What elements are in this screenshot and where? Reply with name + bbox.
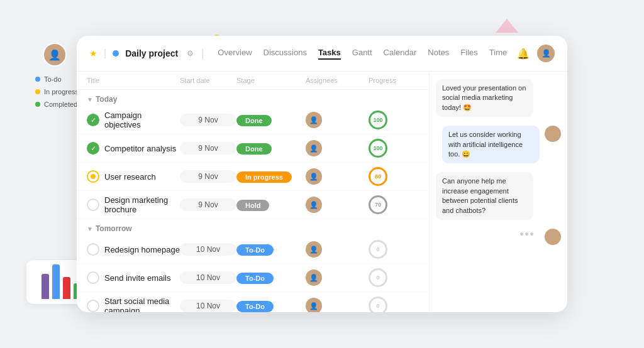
- task-row[interactable]: Redesign homepage 10 Nov To-Do 👤 0: [77, 236, 429, 264]
- typing-dots: [514, 229, 540, 239]
- progress-circle: 0: [369, 268, 387, 287]
- task-title-cell: Redesign homepage: [87, 243, 180, 256]
- progress-circle: 100: [369, 111, 387, 129]
- table-header: Title Start date Stage Assignees Progres…: [77, 72, 429, 90]
- legend-label-inprogress: In progress: [44, 88, 79, 95]
- main-card: ★ | Daily project ⚙ | Overview Discussio…: [77, 36, 567, 312]
- assignee-avatar: 👤: [306, 168, 322, 185]
- stage-badge: Hold: [236, 200, 269, 211]
- chevron-today: ▼: [87, 96, 93, 103]
- section-today-label: Today: [96, 95, 117, 104]
- task-row[interactable]: ✓ Campaign objectives 9 Nov Done 👤 100: [77, 106, 429, 134]
- date-badge: 10 Nov: [180, 243, 236, 256]
- task-row[interactable]: Start social media campaign 10 Nov To-Do…: [77, 292, 429, 312]
- task-name: Campaign objectives: [104, 111, 180, 129]
- section-today: ▼ Today: [77, 90, 429, 106]
- task-row[interactable]: ✓ Competitor analysis 9 Nov Done 👤 100: [77, 134, 429, 163]
- chat-text-1: Loved your presentation on social media …: [442, 84, 526, 111]
- progress-circle: 0: [369, 296, 387, 312]
- task-name: Start social media campaign: [104, 296, 180, 312]
- task-name: User research: [104, 172, 156, 182]
- assignee-avatar: 👤: [306, 298, 322, 312]
- check-empty-icon: [87, 300, 99, 312]
- legend-label-todo: To-do: [44, 75, 62, 83]
- bar-3: [63, 277, 70, 299]
- typing-indicator: [436, 229, 561, 245]
- assignee-avatar: 👤: [306, 112, 322, 128]
- date-badge: 9 Nov: [180, 142, 236, 155]
- section-tomorrow-label: Tomorrow: [96, 224, 132, 233]
- chat-text-3: Can anyone help me increase engagement b…: [442, 177, 518, 214]
- chat-bubble-2: Let us consider working with artificial …: [442, 126, 540, 163]
- task-title-cell: User research: [87, 170, 180, 183]
- chat-avatar-2: [545, 126, 561, 142]
- chat-message-2: Let us consider working with artificial …: [436, 126, 561, 163]
- dot-3: [530, 232, 533, 236]
- tab-tasks[interactable]: Tasks: [318, 48, 341, 60]
- stage-badge: Done: [236, 143, 272, 155]
- avatar-topleft[interactable]: 👤: [43, 43, 67, 67]
- chat-messages: Loved your presentation on social media …: [430, 72, 567, 312]
- task-row[interactable]: Design marketing brochure 9 Nov Hold 👤 7…: [77, 191, 429, 219]
- stage-badge: To-Do: [236, 273, 274, 284]
- task-title-cell: ✓ Competitor analysis: [87, 142, 180, 155]
- tab-discussions[interactable]: Discussions: [264, 48, 307, 60]
- tab-notes[interactable]: Notes: [428, 48, 449, 60]
- legend-item-inprogress: In progress: [35, 88, 79, 95]
- user-avatar[interactable]: 👤: [537, 45, 555, 62]
- assignee-avatar: 👤: [306, 197, 322, 213]
- tab-overview[interactable]: Overview: [218, 48, 252, 60]
- separator-2: |: [201, 48, 204, 59]
- legend-dot-completed: [35, 102, 40, 107]
- assignee-avatar: 👤: [306, 241, 322, 258]
- card-header: ★ | Daily project ⚙ | Overview Discussio…: [77, 36, 567, 72]
- check-done-icon: ✓: [87, 114, 99, 126]
- task-title-cell: Design marketing brochure: [87, 195, 180, 214]
- project-status-dot: [113, 50, 119, 57]
- nav-tabs: Overview Discussions Tasks Gantt Calenda…: [218, 48, 511, 60]
- col-assignees: Assignees: [306, 77, 369, 84]
- col-stage: Stage: [236, 77, 306, 84]
- card-content: Title Start date Stage Assignees Progres…: [77, 72, 567, 312]
- bar-1: [42, 274, 49, 299]
- bell-icon[interactable]: 🔔: [517, 48, 530, 60]
- dot-2: [525, 232, 528, 236]
- task-row[interactable]: Send invite emails 10 Nov To-Do 👤 0: [77, 264, 429, 292]
- progress-circle: 70: [369, 195, 387, 214]
- col-startdate: Start date: [180, 77, 236, 84]
- bg-decoration-triangle1: [496, 19, 518, 33]
- chat-text-2: Let us consider working with artificial …: [448, 131, 523, 158]
- tab-files[interactable]: Files: [460, 48, 477, 60]
- chat-message-3: Can anyone help me increase engagement b…: [436, 172, 561, 220]
- check-empty-icon: [87, 243, 99, 256]
- task-panel: Title Start date Stage Assignees Progres…: [77, 72, 429, 312]
- legend-dot-todo: [35, 77, 40, 82]
- project-name: Daily project: [125, 48, 178, 58]
- date-badge: 9 Nov: [180, 198, 236, 211]
- tab-gantt[interactable]: Gantt: [352, 48, 372, 60]
- task-name: Send invite emails: [104, 273, 171, 283]
- chat-message-1: Loved your presentation on social media …: [436, 79, 561, 117]
- stage-badge: To-Do: [236, 301, 274, 312]
- tab-calendar[interactable]: Calendar: [384, 48, 417, 60]
- progress-circle: 80: [369, 167, 387, 186]
- task-row[interactable]: User research 9 Nov In progress 👤 80: [77, 163, 429, 191]
- legend-label-completed: Completed: [44, 101, 77, 108]
- chat-panel: Loved your presentation on social media …: [429, 72, 567, 312]
- separator-1: |: [104, 48, 106, 59]
- chat-bubble-1: Loved your presentation on social media …: [436, 79, 533, 117]
- chat-bubble-3: Can anyone help me increase engagement b…: [436, 172, 533, 220]
- legend-item-todo: To-do: [35, 75, 79, 83]
- col-progress: Progress: [369, 77, 419, 84]
- bar-2: [52, 264, 60, 299]
- task-name: Redesign homepage: [104, 245, 180, 254]
- assignee-avatar: 👤: [306, 269, 322, 286]
- date-badge: 9 Nov: [180, 114, 236, 126]
- header-right: 🔔 👤: [517, 45, 555, 62]
- date-badge: 10 Nov: [180, 271, 236, 284]
- tab-time[interactable]: Time: [489, 48, 507, 60]
- check-progress-icon: [87, 170, 99, 183]
- settings-icon[interactable]: ⚙: [187, 49, 194, 58]
- section-tomorrow: ▼ Tomorrow: [77, 219, 429, 236]
- legend-item-completed: Completed: [35, 101, 79, 108]
